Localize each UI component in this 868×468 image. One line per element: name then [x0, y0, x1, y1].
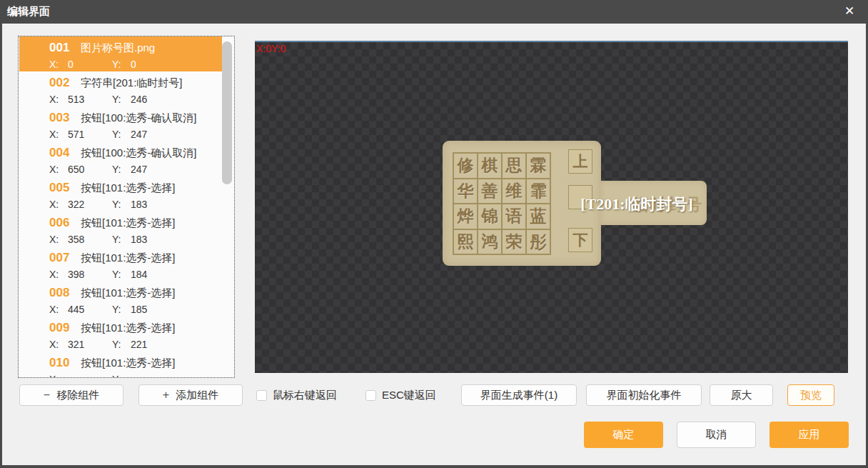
close-icon[interactable]: ✕ [834, 0, 865, 21]
right-click-return-checkbox[interactable] [256, 390, 267, 401]
component-header: 006按钮[101:选秀-选择] [49, 214, 222, 232]
coordinate-text: X: [49, 304, 68, 315]
coordinate-text: 246 [131, 94, 175, 105]
name-character-cell[interactable]: 熙 [453, 229, 478, 255]
component-coordinates: X:358Y:183 [49, 232, 222, 247]
name-character-cell[interactable]: 彤 [526, 229, 550, 255]
coordinate-text: 184 [131, 269, 175, 280]
preview-canvas[interactable]: X:0Y:0 修棋思霖华善维霏烨锦语蓝熙鸿荣彤 上 下 临时封号 [T201:临… [255, 41, 848, 373]
component-header: 005按钮[101:选秀-选择] [49, 179, 222, 197]
right-click-return-option[interactable]: 鼠标右键返回 [256, 384, 337, 406]
coordinate-text: X: [49, 374, 68, 378]
component-coordinates: X:513Y:246 [49, 92, 222, 106]
coordinate-text: X: [49, 129, 68, 140]
remove-component-label: 移除组件 [56, 389, 99, 402]
add-component-button[interactable]: + 添加组件 [138, 384, 243, 406]
component-coordinates: X:0Y:0 [49, 57, 222, 71]
init-event-button[interactable]: 界面初始化事件 [586, 384, 702, 406]
name-character-cell[interactable]: 善 [478, 179, 502, 204]
apply-button[interactable]: 应用 [769, 422, 849, 448]
ok-button[interactable]: 确定 [584, 422, 663, 448]
cancel-button[interactable]: 取消 [677, 422, 756, 448]
component-header: 002字符串[201:临时封号] [49, 74, 222, 92]
component-number: 005 [49, 181, 76, 195]
name-character-cell[interactable]: 锦 [478, 204, 502, 229]
component-coordinates: X:322Y:183 [49, 197, 222, 211]
coordinate-text: X: [49, 59, 68, 70]
scrollbar-thumb[interactable] [222, 41, 232, 184]
component-label: 字符串[201:临时封号] [81, 76, 183, 90]
component-list-item[interactable]: 004按钮[100:选秀-确认取消]X:650Y:247 [19, 141, 222, 176]
component-list-item[interactable]: 010按钮[101:选秀-选择]X:Y: [19, 352, 222, 378]
name-character-cell[interactable]: 语 [502, 204, 526, 229]
component-list-item[interactable]: 005按钮[101:选秀-选择]X:322Y:183 [19, 176, 222, 211]
page-down-button[interactable]: 下 [568, 228, 592, 252]
coordinate-text: 183 [131, 199, 175, 210]
component-coordinates: X:Y: [49, 372, 222, 378]
component-header: 003按钮[100:选秀-确认取消] [49, 109, 222, 127]
coordinate-text: X: [49, 164, 68, 175]
esc-return-checkbox[interactable] [365, 390, 376, 401]
preview-button[interactable]: 预览 [787, 384, 834, 406]
game-interface-image[interactable]: 修棋思霖华善维霏烨锦语蓝熙鸿荣彤 上 下 临时封号 [T201:临时封号] [443, 141, 707, 267]
component-number: 002 [49, 76, 76, 90]
component-list-item[interactable]: 006按钮[101:选秀-选择]X:358Y:183 [19, 211, 222, 247]
generate-event-button[interactable]: 界面生成事件(1) [461, 384, 577, 406]
coordinate-text: 571 [68, 129, 112, 140]
component-header: 001图片称号图.png [49, 39, 222, 57]
coordinate-text: Y: [112, 234, 131, 245]
coordinate-text: Y: [112, 199, 131, 210]
right-click-return-label: 鼠标右键返回 [273, 389, 337, 402]
name-character-cell[interactable]: 思 [502, 153, 526, 179]
component-number: 010 [49, 356, 76, 370]
component-number: 007 [49, 251, 76, 265]
name-character-cell[interactable]: 蓝 [526, 204, 550, 229]
component-coordinates: X:321Y:221 [49, 337, 222, 352]
name-character-cell[interactable]: 华 [453, 179, 478, 204]
component-list-item[interactable]: 001图片称号图.pngX:0Y:0 [19, 36, 222, 71]
dialog-title: 编辑界面 [0, 5, 50, 19]
plus-icon: + [163, 389, 169, 402]
name-character-cell[interactable]: 霖 [526, 153, 550, 179]
component-list-item[interactable]: 007按钮[101:选秀-选择]X:398Y:184 [19, 247, 222, 282]
esc-return-label: ESC键返回 [382, 389, 436, 402]
name-character-cell[interactable]: 烨 [453, 204, 478, 229]
component-list-item[interactable]: 009按钮[101:选秀-选择]X:321Y:221 [19, 317, 222, 352]
coordinate-text: Y: [112, 94, 131, 105]
original-size-button[interactable]: 原大 [710, 384, 773, 406]
esc-return-option[interactable]: ESC键返回 [365, 384, 436, 406]
component-list-item[interactable]: 008按钮[101:选秀-选择]X:445Y:185 [19, 282, 222, 317]
component-list-item[interactable]: 002字符串[201:临时封号]X:513Y:246 [19, 71, 222, 106]
component-label: 按钮[100:选秀-确认取消] [81, 146, 197, 160]
scrollbar-track[interactable] [222, 38, 233, 376]
coordinate-text: 0 [131, 59, 175, 70]
page-up-button[interactable]: 上 [568, 149, 592, 174]
component-number: 003 [49, 111, 76, 125]
component-list-item[interactable]: 003按钮[100:选秀-确认取消]X:571Y:247 [19, 106, 222, 141]
name-character-cell[interactable]: 霏 [526, 179, 550, 204]
component-header: 010按钮[101:选秀-选择] [49, 354, 222, 372]
remove-component-button[interactable]: − 移除组件 [19, 384, 123, 406]
component-header: 004按钮[100:选秀-确认取消] [49, 144, 222, 162]
name-character-cell[interactable]: 修 [453, 153, 478, 179]
name-character-cell[interactable]: 维 [502, 179, 526, 204]
component-header: 008按钮[101:选秀-选择] [49, 284, 222, 302]
name-character-cell[interactable]: 棋 [478, 153, 502, 179]
coordinate-text: 247 [131, 129, 175, 140]
edit-interface-dialog: 编辑界面 ✕ 001图片称号图.pngX:0Y:0002字符串[201:临时封号… [0, 0, 868, 468]
component-header: 007按钮[101:选秀-选择] [49, 249, 222, 267]
component-number: 008 [49, 286, 76, 300]
component-header: 009按钮[101:选秀-选择] [49, 319, 222, 337]
coordinate-text: 445 [68, 304, 112, 315]
add-component-label: 添加组件 [176, 389, 218, 402]
coordinate-text: 185 [131, 304, 175, 315]
string-component-overlay: [T201:临时封号] [565, 182, 708, 226]
coordinate-text: X: [49, 94, 68, 105]
component-number: 004 [49, 146, 76, 160]
coordinate-text: Y: [112, 59, 131, 70]
name-character-cell[interactable]: 鸿 [478, 229, 502, 255]
component-list-panel: 001图片称号图.pngX:0Y:0002字符串[201:临时封号]X:513Y… [18, 36, 235, 378]
coordinate-text: 322 [68, 199, 112, 210]
coordinate-text: 247 [131, 164, 175, 175]
name-character-cell[interactable]: 荣 [502, 229, 526, 255]
